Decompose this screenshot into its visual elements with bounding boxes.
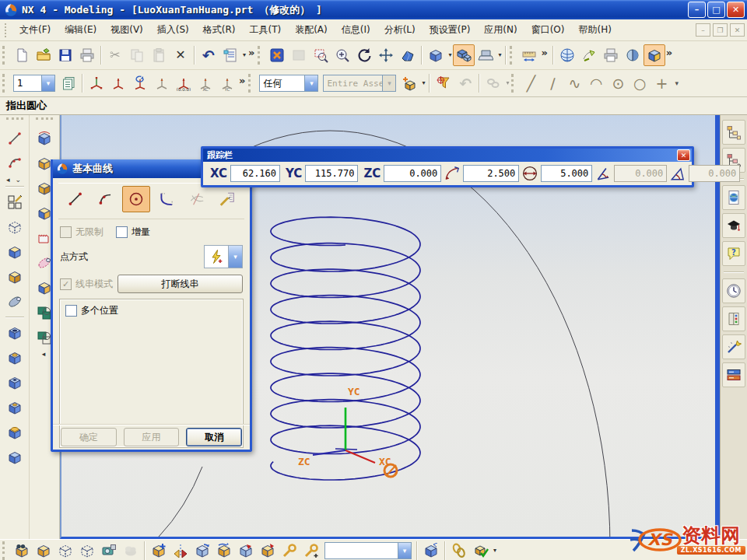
datum-plane-button[interactable]: [3, 215, 26, 239]
ok-button[interactable]: 确定: [61, 428, 117, 446]
dialog-circle-tool[interactable]: [122, 186, 150, 212]
collapse-arrows-icon[interactable]: ◂ ⌄: [6, 176, 23, 184]
zoom-in-out-button[interactable]: [331, 44, 353, 66]
find-component-button[interactable]: [11, 540, 33, 560]
shaded-view-button[interactable]: ▾: [425, 44, 447, 66]
replace-component-button[interactable]: [235, 540, 257, 560]
wcs-orient-button[interactable]: [129, 72, 151, 94]
chevron-down-icon[interactable]: ▾: [41, 75, 54, 91]
tracking-bar-titlebar[interactable]: 跟踪栏 ✕: [203, 149, 692, 162]
paste-button[interactable]: [148, 44, 170, 66]
diameter-input[interactable]: [541, 165, 592, 182]
new-button[interactable]: [11, 44, 33, 66]
roles-tab[interactable]: [722, 334, 745, 359]
add-component-button[interactable]: ▾: [398, 72, 420, 94]
overflow-chevron-icon[interactable]: »: [665, 47, 675, 65]
rotate-component-button[interactable]: [213, 540, 235, 560]
wcs-set-button[interactable]: YC: [216, 72, 238, 94]
toolbar-grip[interactable]: [248, 74, 254, 93]
component-snapshot-button[interactable]: [98, 540, 120, 560]
snap-point-button[interactable]: [433, 72, 454, 94]
mdi-minimize-button[interactable]: –: [696, 23, 710, 37]
move-component-button[interactable]: [191, 540, 213, 560]
cut-button[interactable]: ✂: [104, 44, 126, 66]
menu-item-9[interactable]: 分析(L): [377, 20, 423, 40]
arc-tool-button[interactable]: [3, 152, 26, 175]
construction-arc[interactable]: [159, 467, 202, 537]
undo-button[interactable]: ↶: [198, 44, 219, 66]
toolbar-grip[interactable]: [36, 117, 53, 124]
perspective-button[interactable]: [397, 44, 419, 66]
dropdown-arrow-icon[interactable]: ▾: [243, 51, 246, 58]
toolbar-grip[interactable]: [258, 46, 264, 65]
extrude-button[interactable]: [3, 240, 26, 264]
wcs-rotate-button[interactable]: [107, 72, 129, 94]
spline-button[interactable]: ∿: [563, 72, 585, 94]
history-tab[interactable]: [722, 278, 745, 303]
dialog-fillet-tool[interactable]: [153, 186, 181, 212]
dropdown-arrow-icon[interactable]: ▾: [493, 547, 496, 554]
assembly-scope-select[interactable]: Entire Assemb▾: [323, 75, 396, 92]
pad-button[interactable]: [3, 396, 26, 419]
menu-item-4[interactable]: 插入(S): [150, 20, 196, 40]
dialog-trim-tool[interactable]: [183, 186, 211, 212]
overflow-chevron-icon[interactable]: »: [540, 47, 549, 65]
menu-item-1[interactable]: 文件(F): [12, 20, 58, 40]
start-application-button[interactable]: [644, 44, 665, 66]
circle-button[interactable]: ○: [629, 72, 651, 94]
xc-input[interactable]: [230, 165, 280, 182]
dome-button[interactable]: [3, 421, 26, 444]
arc-button[interactable]: ◠: [585, 72, 607, 94]
add-existing-component-button[interactable]: [148, 540, 170, 560]
block-button[interactable]: [3, 446, 26, 469]
toolbar-grip[interactable]: [2, 74, 9, 93]
rotate-view-button[interactable]: [353, 44, 375, 66]
web-browser-tab[interactable]: [722, 185, 745, 210]
component-preview-button[interactable]: [120, 540, 142, 560]
delete-button[interactable]: ✕: [170, 44, 191, 66]
toolbar-grip[interactable]: [511, 74, 517, 93]
toolbar-grip[interactable]: [2, 46, 9, 65]
tube-button[interactable]: [3, 290, 26, 313]
maximize-button[interactable]: □: [707, 2, 725, 18]
visual-effects-button[interactable]: ▾: [475, 44, 496, 66]
save-button[interactable]: [54, 44, 76, 66]
overflow-chevron-icon[interactable]: »: [247, 47, 257, 65]
menu-item-6[interactable]: 工具(T): [242, 20, 288, 40]
smart-mate-button[interactable]: [300, 540, 322, 560]
dropdown-arrow-icon[interactable]: ▾: [506, 79, 509, 86]
variant-component-button[interactable]: [257, 540, 279, 560]
menu-item-3[interactable]: 视图(V): [103, 20, 150, 40]
break-string-button[interactable]: 打断线串: [117, 275, 243, 293]
line-tool-button[interactable]: [3, 127, 26, 150]
circle-center-button[interactable]: ⊙: [607, 72, 629, 94]
line-button[interactable]: ∕: [542, 72, 563, 94]
dialog-arc-tool[interactable]: [92, 186, 120, 212]
pan-view-button[interactable]: [375, 44, 397, 66]
tutorials-tab[interactable]: [722, 213, 745, 238]
palettes-tab[interactable]: [722, 306, 745, 331]
yc-input[interactable]: [305, 165, 358, 182]
pocket-button[interactable]: [3, 371, 26, 394]
wave-link-button[interactable]: [448, 540, 470, 560]
unbounded-checkbox[interactable]: [60, 226, 72, 238]
chevron-down-icon[interactable]: ▾: [382, 75, 395, 91]
radius-input[interactable]: [463, 165, 519, 182]
dialog-line-tool[interactable]: [61, 186, 89, 212]
mdi-close-button[interactable]: ✕: [730, 23, 745, 37]
menu-item-13[interactable]: 帮助(H): [572, 20, 619, 40]
measure-distance-button[interactable]: [518, 44, 540, 66]
zoom-window-button[interactable]: [310, 44, 331, 66]
demonstrations-tab[interactable]: [722, 362, 745, 387]
selection-scope-select[interactable]: 任何▾: [259, 75, 318, 92]
point-button[interactable]: +: [651, 72, 672, 94]
menu-item-5[interactable]: 格式(R): [196, 20, 243, 40]
zc-input[interactable]: [384, 165, 441, 182]
toolbar-grip[interactable]: [2, 541, 9, 560]
dialog-edit-curve-tool[interactable]: [213, 186, 241, 212]
overflow-chevron-icon[interactable]: »: [238, 75, 247, 93]
explode-assembly-button[interactable]: [420, 540, 442, 560]
menu-item-11[interactable]: 应用(N): [477, 20, 524, 40]
menu-item-7[interactable]: 装配(A): [288, 20, 335, 40]
fit-view-button[interactable]: [266, 44, 288, 66]
